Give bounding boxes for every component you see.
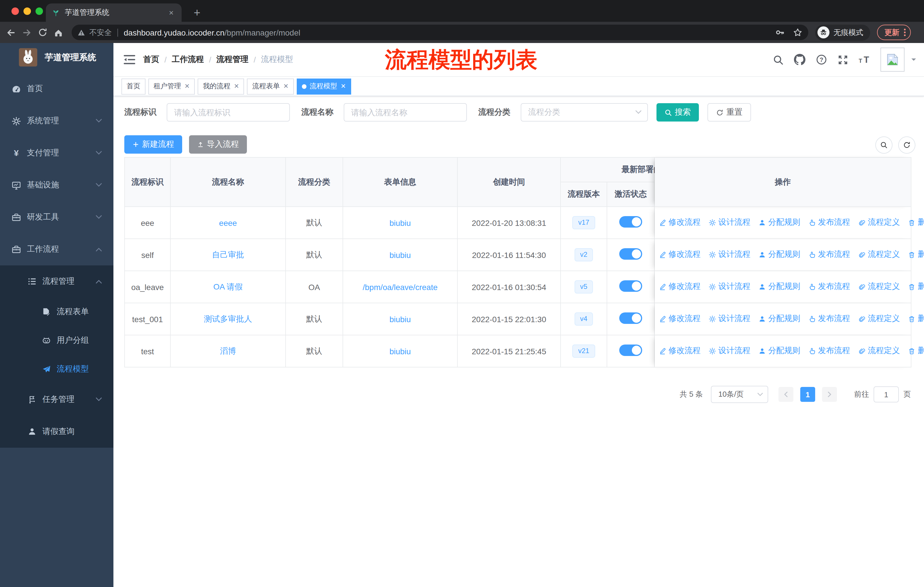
home-button[interactable] xyxy=(53,27,64,38)
reset-button[interactable]: 重置 xyxy=(708,103,751,122)
op-modify-link[interactable]: 修改流程 xyxy=(659,314,701,324)
show-search-button[interactable] xyxy=(875,136,893,154)
import-process-button[interactable]: 导入流程 xyxy=(189,135,247,154)
op-assign-link[interactable]: 分配规则 xyxy=(759,250,800,260)
search-icon[interactable] xyxy=(773,54,784,65)
maximize-window-button[interactable] xyxy=(36,7,43,15)
browser-tab[interactable]: 芋道管理系统 × xyxy=(46,3,182,22)
close-window-button[interactable] xyxy=(12,7,19,15)
browser-update-button[interactable]: 更新 xyxy=(877,25,911,40)
breadcrumb-workflow[interactable]: 工作流程 xyxy=(172,55,204,65)
version-badge[interactable]: v5 xyxy=(574,280,593,293)
op-definition-link[interactable]: 流程定义 xyxy=(858,346,900,356)
next-page-button[interactable] xyxy=(822,387,837,402)
sidebar-item-system[interactable]: 系统管理 xyxy=(0,105,114,137)
op-delete-link[interactable]: 删除 xyxy=(908,218,924,228)
fullscreen-icon[interactable] xyxy=(838,54,848,65)
page-number-button[interactable]: 1 xyxy=(800,387,815,402)
tab-close-button[interactable]: × xyxy=(167,8,176,17)
version-badge[interactable]: v2 xyxy=(574,248,593,261)
active-toggle[interactable] xyxy=(619,280,642,292)
op-assign-link[interactable]: 分配规则 xyxy=(759,314,800,324)
minimize-window-button[interactable] xyxy=(23,7,31,15)
close-icon[interactable]: ✕ xyxy=(234,83,239,90)
op-delete-link[interactable]: 删除 xyxy=(908,282,924,292)
process-name-link[interactable]: OA 请假 xyxy=(213,282,243,291)
process-name-input[interactable] xyxy=(344,103,467,122)
op-design-link[interactable]: 设计流程 xyxy=(709,314,751,324)
op-design-link[interactable]: 设计流程 xyxy=(709,282,751,292)
process-category-select[interactable]: 流程分类 xyxy=(521,103,648,122)
version-badge[interactable]: v17 xyxy=(573,216,595,229)
form-info-link[interactable]: /bpm/oa/leave/create xyxy=(363,282,438,291)
page-size-select[interactable]: 10条/页 xyxy=(711,386,768,403)
browser-menu-icon[interactable] xyxy=(904,29,906,36)
sidebar-item-infra[interactable]: 基础设施 xyxy=(0,169,114,201)
active-toggle[interactable] xyxy=(619,344,642,356)
sidebar-item-leave-query[interactable]: 请假查询 xyxy=(0,416,114,448)
github-icon[interactable] xyxy=(794,54,805,65)
version-badge[interactable]: v21 xyxy=(573,344,595,358)
search-button[interactable]: 搜索 xyxy=(657,103,699,122)
process-id-input[interactable] xyxy=(167,103,290,122)
op-assign-link[interactable]: 分配规则 xyxy=(759,218,800,228)
sidebar-item-home[interactable]: 首页 xyxy=(0,73,114,105)
tag-home[interactable]: 首页 xyxy=(121,78,145,94)
forward-button[interactable] xyxy=(22,27,32,38)
close-icon[interactable]: ✕ xyxy=(185,83,190,90)
sidebar-item-payment[interactable]: ¥ 支付管理 xyxy=(0,137,114,169)
op-publish-link[interactable]: 发布流程 xyxy=(808,282,850,292)
close-icon[interactable]: ✕ xyxy=(283,83,289,90)
op-design-link[interactable]: 设计流程 xyxy=(709,218,751,228)
reload-button[interactable] xyxy=(38,28,48,37)
active-toggle[interactable] xyxy=(619,216,642,228)
process-name-link[interactable]: 滔博 xyxy=(220,346,236,355)
op-definition-link[interactable]: 流程定义 xyxy=(858,250,900,260)
prev-page-button[interactable] xyxy=(779,387,794,402)
op-publish-link[interactable]: 发布流程 xyxy=(808,218,850,228)
active-toggle[interactable] xyxy=(619,248,642,260)
process-name-link[interactable]: 测试多审批人 xyxy=(204,314,252,323)
op-delete-link[interactable]: 删除 xyxy=(908,346,924,356)
sidebar-item-task-manage[interactable]: 任务管理 xyxy=(0,384,114,416)
op-definition-link[interactable]: 流程定义 xyxy=(858,218,900,228)
help-icon[interactable]: ? xyxy=(816,54,827,65)
breadcrumb-home[interactable]: 首页 xyxy=(143,55,159,65)
op-assign-link[interactable]: 分配规则 xyxy=(759,346,800,356)
form-info-link[interactable]: biubiu xyxy=(389,218,411,227)
font-size-icon[interactable]: TT xyxy=(859,55,871,65)
op-delete-link[interactable]: 删除 xyxy=(908,250,924,260)
process-name-link[interactable]: eeee xyxy=(219,218,237,227)
avatar[interactable] xyxy=(881,48,904,72)
op-modify-link[interactable]: 修改流程 xyxy=(659,218,701,228)
op-publish-link[interactable]: 发布流程 xyxy=(808,314,850,324)
tag-tenant[interactable]: 租户管理✕ xyxy=(148,78,195,94)
tag-process-form[interactable]: 流程表单✕ xyxy=(247,78,294,94)
breadcrumb-process-manage[interactable]: 流程管理 xyxy=(216,55,249,65)
form-info-link[interactable]: biubiu xyxy=(389,314,411,324)
sidebar-item-process-form[interactable]: 流程表单 xyxy=(0,298,114,326)
op-modify-link[interactable]: 修改流程 xyxy=(659,346,701,356)
tag-my-process[interactable]: 我的流程✕ xyxy=(198,78,244,94)
sidebar-item-process-model[interactable]: 流程模型 xyxy=(0,355,114,384)
bookmark-star-icon[interactable] xyxy=(793,28,803,37)
op-publish-link[interactable]: 发布流程 xyxy=(808,346,850,356)
new-tab-button[interactable]: + xyxy=(189,5,205,21)
sidebar-item-process-manage[interactable]: 流程管理 xyxy=(0,265,114,298)
op-design-link[interactable]: 设计流程 xyxy=(709,250,751,260)
sidebar-item-devtools[interactable]: 研发工具 xyxy=(0,201,114,233)
op-design-link[interactable]: 设计流程 xyxy=(709,346,751,356)
close-icon[interactable]: ✕ xyxy=(341,83,346,90)
op-publish-link[interactable]: 发布流程 xyxy=(808,250,850,260)
form-info-link[interactable]: biubiu xyxy=(389,250,411,260)
sidebar-item-user-group[interactable]: 用户分组 xyxy=(0,326,114,355)
tag-process-model[interactable]: 流程模型✕ xyxy=(297,78,351,94)
op-definition-link[interactable]: 流程定义 xyxy=(858,282,900,292)
op-assign-link[interactable]: 分配规则 xyxy=(759,282,800,292)
version-badge[interactable]: v4 xyxy=(574,313,593,326)
active-toggle[interactable] xyxy=(619,313,642,324)
password-key-icon[interactable] xyxy=(775,28,785,37)
op-modify-link[interactable]: 修改流程 xyxy=(659,282,701,292)
back-button[interactable] xyxy=(6,27,16,38)
url-bar[interactable]: 不安全 dashboard.yudao.iocoder.cn/bpm/manag… xyxy=(72,25,808,40)
